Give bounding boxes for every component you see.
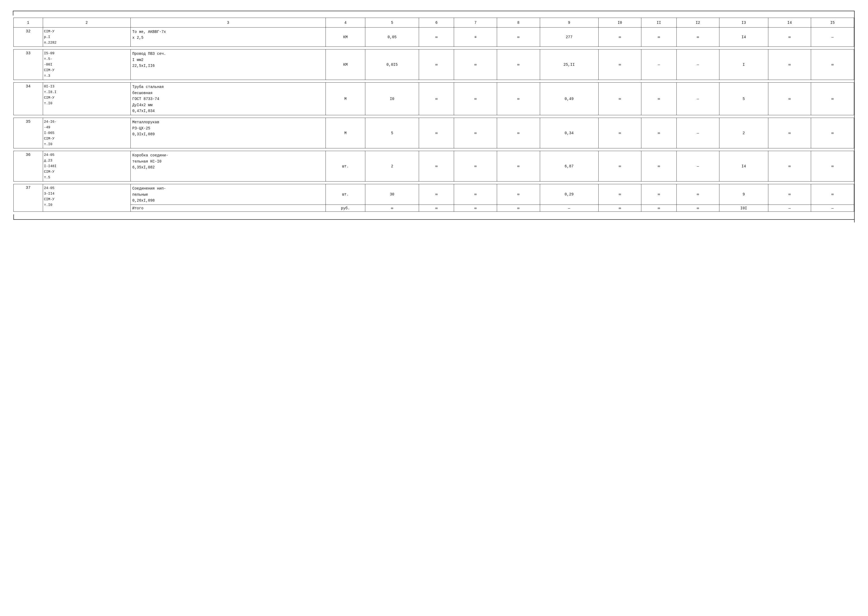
row-col10: ∞ — [599, 83, 641, 115]
row-desc-main: Соединения нип- пельные 0,26хI,098 — [131, 184, 326, 205]
row-col5-itogo: ∞ — [365, 205, 419, 212]
row-col7-main: ∞ — [454, 184, 497, 205]
row-col9: 0,49 — [540, 83, 599, 115]
row-col11: ∞ — [641, 83, 676, 115]
row-col12: ∞ — [676, 28, 719, 47]
row-col15-main: ∞ — [811, 184, 854, 205]
col-11: II — [641, 18, 676, 28]
row-col7-itogo: ∞ — [454, 205, 497, 212]
row-unit-itogo: руб. — [326, 205, 365, 212]
row-col5: I0 — [365, 83, 419, 115]
row-number: 36 — [14, 151, 43, 182]
row-col5: 2 — [365, 151, 419, 182]
row-ref: СIМ-У р.I п.2282 — [43, 28, 131, 47]
row-col15: ∞ — [811, 151, 854, 182]
row-col15: ∞ — [811, 49, 854, 80]
table-row: 35 24-I6- -49 I-065 СIМ-У т.I0 Металлору… — [14, 118, 854, 148]
row-col8: ∞ — [497, 118, 540, 148]
row-col14-itogo: — — [768, 205, 811, 212]
row-col8: ∞ — [497, 49, 540, 80]
row-col15: ∞ — [811, 83, 854, 115]
row-col10-itogo: ∞ — [599, 205, 641, 212]
spacer-row — [14, 182, 854, 184]
row-col13: I4 — [719, 151, 768, 182]
table-row: 33 I5-09 т.5- -00I СIМ-У т.3 Провод ПВЗ … — [14, 49, 854, 80]
row-col12: — — [676, 118, 719, 148]
row-col14: ∞ — [768, 28, 811, 47]
row-ref: 24-05 д.23 I-I48I СIМ-У т.5 — [43, 151, 131, 182]
table-row: 36 24-05 д.23 I-I48I СIМ-У т.5 Коробка с… — [14, 151, 854, 182]
table-row-37-itogo: Итого руб. ∞ ∞ ∞ ∞ — ∞ ∞ ∞ I0I — — — [14, 205, 854, 212]
row-col11-itogo: ∞ — [641, 205, 676, 212]
col-13: I3 — [719, 18, 768, 28]
row-col6: ∞ — [419, 151, 454, 182]
row-desc-itogo: Итого — [131, 205, 326, 212]
row-col9: 25,II — [540, 49, 599, 80]
row-col6: ∞ — [419, 28, 454, 47]
row-col12-main: ∞ — [676, 184, 719, 205]
row-col9-main: 0,29 — [540, 184, 599, 205]
table-row: 32 СIМ-У р.I п.2282 То же, АКВВГ-7х х 2,… — [14, 28, 854, 47]
row-desc: Провод ПВЗ сеч. I мм2 22,5хI,II6 — [131, 49, 326, 80]
row-col9: 277 — [540, 28, 599, 47]
col-6: 6 — [419, 18, 454, 28]
row-col6-main: ∞ — [419, 184, 454, 205]
col-12: I2 — [676, 18, 719, 28]
row-number: 35 — [14, 118, 43, 148]
row-col12: — — [676, 151, 719, 182]
row-unit: КМ — [326, 28, 365, 47]
row-col10: ∞ — [599, 49, 641, 80]
row-unit-main: шт. — [326, 184, 365, 205]
row-ref: 24-I6- -49 I-065 СIМ-У т.I0 — [43, 118, 131, 148]
row-col14-main: ∞ — [768, 184, 811, 205]
row-col6: ∞ — [419, 83, 454, 115]
row-col7: ≡ — [454, 28, 497, 47]
row-col13-main: 9 — [719, 184, 768, 205]
col-2: 2 — [43, 18, 131, 28]
row-col7: ∞ — [454, 118, 497, 148]
row-col8-itogo: ∞ — [497, 205, 540, 212]
row-col5-main: 30 — [365, 184, 419, 205]
row-col11: ∞ — [641, 118, 676, 148]
row-col7: ∞ — [454, 151, 497, 182]
col-9: 9 — [540, 18, 599, 28]
row-col11-main: ∞ — [641, 184, 676, 205]
row-col8: ∞ — [497, 83, 540, 115]
main-table: 1 2 3 4 5 6 7 8 9 I0 II I2 I3 I4 I5 32 С… — [13, 18, 854, 212]
row-col13: I4 — [719, 28, 768, 47]
row-col14: ∞ — [768, 83, 811, 115]
col-5: 5 — [365, 18, 419, 28]
spacer-row — [14, 148, 854, 151]
row-ref: 24-05 3-II4 СIМ-У т.I0 — [43, 184, 131, 212]
page-frame: 1 2 3 4 5 6 7 8 9 I0 II I2 I3 I4 I5 32 С… — [13, 11, 855, 222]
row-col9-itogo: — — [540, 205, 599, 212]
row-col10: ∞ — [599, 151, 641, 182]
column-headers: 1 2 3 4 5 6 7 8 9 I0 II I2 I3 I4 I5 — [14, 18, 854, 28]
col-10: I0 — [599, 18, 641, 28]
row-col7: ∞ — [454, 83, 497, 115]
col-1: 1 — [14, 18, 43, 28]
bottom-frame — [13, 214, 854, 220]
row-col6-itogo: ∞ — [419, 205, 454, 212]
row-col9: 6,87 — [540, 151, 599, 182]
row-col10: ∞ — [599, 28, 641, 47]
col-15: I5 — [811, 18, 854, 28]
col-8: 8 — [497, 18, 540, 28]
row-unit: М — [326, 118, 365, 148]
row-desc: Металлорукав РЗ-ЦХ-25 0,3IхI,089 — [131, 118, 326, 148]
row-unit: М — [326, 83, 365, 115]
row-ref: 0I-I3 т.I8.I СIМ-У т.I0 — [43, 83, 131, 115]
row-col5: 0,05 — [365, 28, 419, 47]
row-col12: — — [676, 49, 719, 80]
row-desc: То же, АКВВГ-7х х 2,5 — [131, 28, 326, 47]
row-col15-itogo: — — [811, 205, 854, 212]
row-col14: ∞ — [768, 151, 811, 182]
row-col11: ∞ — [641, 28, 676, 47]
spacer-row — [14, 80, 854, 83]
row-col10: ∞ — [599, 118, 641, 148]
row-number: 34 — [14, 83, 43, 115]
spacer-row — [14, 115, 854, 118]
col-7: 7 — [454, 18, 497, 28]
row-col15: ∞ — [811, 118, 854, 148]
row-unit: шт. — [326, 151, 365, 182]
